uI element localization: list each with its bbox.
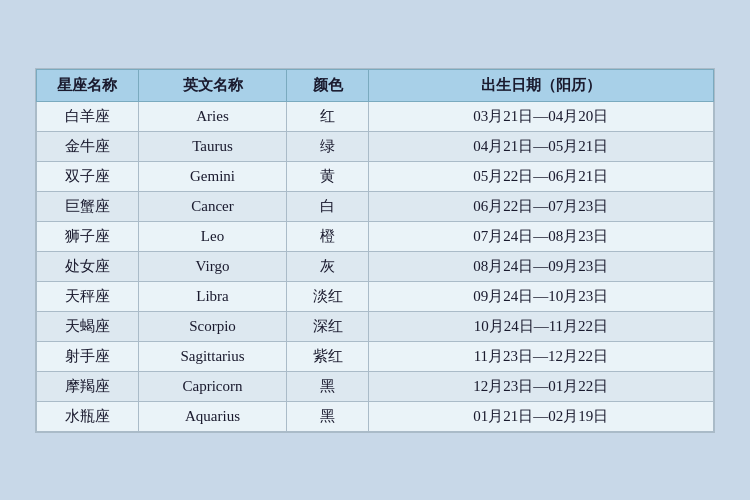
cell-color: 黑 [287,371,368,401]
cell-english: Cancer [138,191,287,221]
table-header-row: 星座名称 英文名称 颜色 出生日期（阳历） [37,69,714,101]
cell-chinese: 水瓶座 [37,401,139,431]
cell-english: Capricorn [138,371,287,401]
header-color: 颜色 [287,69,368,101]
cell-date: 06月22日—07月23日 [368,191,713,221]
cell-date: 12月23日—01月22日 [368,371,713,401]
header-english: 英文名称 [138,69,287,101]
cell-chinese: 巨蟹座 [37,191,139,221]
zodiac-table: 星座名称 英文名称 颜色 出生日期（阳历） 白羊座Aries红03月21日—04… [36,69,714,432]
cell-chinese: 白羊座 [37,101,139,131]
cell-color: 白 [287,191,368,221]
cell-color: 黑 [287,401,368,431]
cell-color: 淡红 [287,281,368,311]
table-row: 水瓶座Aquarius黑01月21日—02月19日 [37,401,714,431]
cell-english: Aries [138,101,287,131]
cell-date: 03月21日—04月20日 [368,101,713,131]
cell-english: Gemini [138,161,287,191]
cell-date: 05月22日—06月21日 [368,161,713,191]
cell-chinese: 金牛座 [37,131,139,161]
table-row: 狮子座Leo橙07月24日—08月23日 [37,221,714,251]
cell-chinese: 天蝎座 [37,311,139,341]
zodiac-table-container: 星座名称 英文名称 颜色 出生日期（阳历） 白羊座Aries红03月21日—04… [35,68,715,433]
cell-chinese: 天秤座 [37,281,139,311]
cell-date: 04月21日—05月21日 [368,131,713,161]
cell-english: Libra [138,281,287,311]
table-row: 射手座Sagittarius紫红11月23日—12月22日 [37,341,714,371]
table-row: 摩羯座Capricorn黑12月23日—01月22日 [37,371,714,401]
cell-color: 红 [287,101,368,131]
cell-english: Leo [138,221,287,251]
cell-chinese: 射手座 [37,341,139,371]
cell-color: 灰 [287,251,368,281]
cell-color: 橙 [287,221,368,251]
header-date: 出生日期（阳历） [368,69,713,101]
table-row: 金牛座Taurus绿04月21日—05月21日 [37,131,714,161]
cell-chinese: 处女座 [37,251,139,281]
cell-date: 01月21日—02月19日 [368,401,713,431]
cell-color: 绿 [287,131,368,161]
table-row: 处女座Virgo灰08月24日—09月23日 [37,251,714,281]
cell-color: 黄 [287,161,368,191]
table-row: 天秤座Libra淡红09月24日—10月23日 [37,281,714,311]
cell-date: 11月23日—12月22日 [368,341,713,371]
cell-date: 09月24日—10月23日 [368,281,713,311]
header-chinese: 星座名称 [37,69,139,101]
table-row: 白羊座Aries红03月21日—04月20日 [37,101,714,131]
table-row: 天蝎座Scorpio深红10月24日—11月22日 [37,311,714,341]
cell-english: Scorpio [138,311,287,341]
cell-color: 深红 [287,311,368,341]
cell-chinese: 狮子座 [37,221,139,251]
table-body: 白羊座Aries红03月21日—04月20日金牛座Taurus绿04月21日—0… [37,101,714,431]
cell-chinese: 摩羯座 [37,371,139,401]
cell-date: 10月24日—11月22日 [368,311,713,341]
table-row: 巨蟹座Cancer白06月22日—07月23日 [37,191,714,221]
cell-english: Aquarius [138,401,287,431]
cell-chinese: 双子座 [37,161,139,191]
cell-color: 紫红 [287,341,368,371]
cell-english: Taurus [138,131,287,161]
cell-date: 07月24日—08月23日 [368,221,713,251]
cell-date: 08月24日—09月23日 [368,251,713,281]
cell-english: Sagittarius [138,341,287,371]
table-row: 双子座Gemini黄05月22日—06月21日 [37,161,714,191]
cell-english: Virgo [138,251,287,281]
